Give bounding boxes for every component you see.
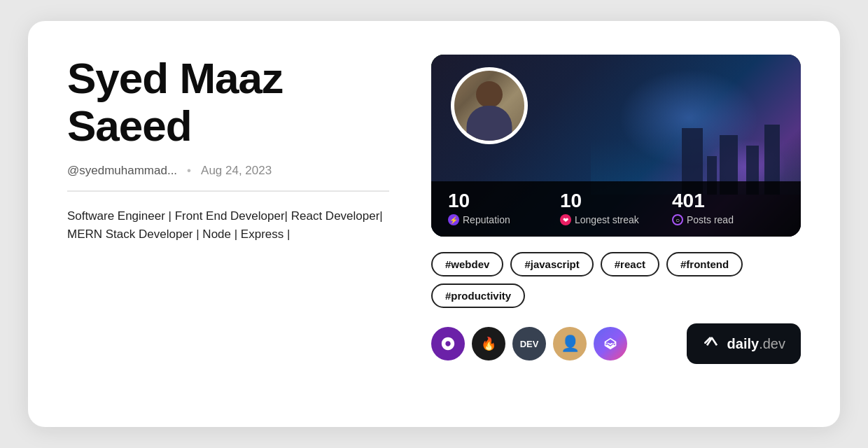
streak-icon: ❤ (560, 214, 571, 225)
dailydev-text: daily.dev (727, 336, 785, 352)
bio-text: Software Engineer | Front End Developer|… (67, 207, 389, 244)
avatar-wrapper (451, 67, 528, 144)
join-date: Aug 24, 2023 (201, 164, 272, 178)
dailydev-logo-icon (702, 332, 722, 356)
profile-banner: 10 ⚡ Reputation 10 ❤ Longest streak 401 (431, 55, 801, 237)
dailydev-badge: daily.dev (687, 323, 801, 364)
tag-react[interactable]: #react (601, 252, 659, 276)
reputation-value: 10 (448, 191, 560, 211)
divider (67, 190, 389, 192)
stat-reputation: 10 ⚡ Reputation (448, 191, 560, 225)
tag-javascript[interactable]: #javascript (510, 252, 593, 276)
social-brand-row: 🔥 DEV 👤 daily.dev (431, 323, 801, 364)
meta-separator: • (187, 164, 191, 178)
posts-label-row: ○ Posts read (672, 214, 784, 225)
tag-frontend[interactable]: #frontend (666, 252, 743, 276)
posts-icon: ○ (672, 214, 683, 225)
reputation-label: Reputation (463, 214, 510, 225)
streak-label: Longest streak (575, 214, 639, 225)
tags-container: #webdev #javascript #react #frontend #pr… (431, 252, 801, 308)
devto-icon[interactable]: DEV (512, 327, 546, 360)
dailydev-light: .dev (759, 336, 785, 351)
reputation-icon: ⚡ (448, 214, 459, 225)
fcc-icon[interactable]: 🔥 (472, 327, 505, 360)
left-section: Syed Maaz Saeed @syedmuhammad... • Aug 2… (67, 55, 389, 244)
social-icons-group: 🔥 DEV 👤 (431, 327, 627, 360)
profile-card-container: Syed Maaz Saeed @syedmuhammad... • Aug 2… (28, 21, 840, 427)
codepen-icon[interactable] (594, 327, 627, 360)
avatar-social-icon[interactable]: 👤 (553, 327, 587, 360)
avatar-head (476, 81, 503, 108)
avatar-body (467, 106, 512, 141)
posts-value: 401 (672, 191, 784, 211)
tag-productivity[interactable]: #productivity (431, 284, 525, 308)
username: @syedmuhammad... (67, 164, 177, 178)
stat-streak: 10 ❤ Longest streak (560, 191, 672, 225)
hashnode-icon[interactable] (431, 327, 465, 360)
avatar-image (454, 71, 524, 141)
reputation-label-row: ⚡ Reputation (448, 214, 560, 225)
user-name: Syed Maaz Saeed (67, 55, 389, 150)
stat-posts: 401 ○ Posts read (672, 191, 784, 225)
right-section: 10 ⚡ Reputation 10 ❤ Longest streak 401 (431, 55, 801, 364)
posts-label: Posts read (687, 214, 734, 225)
streak-value: 10 (560, 191, 672, 211)
meta-row: @syedmuhammad... • Aug 24, 2023 (67, 164, 389, 178)
dailydev-bold: daily (727, 336, 760, 351)
tag-webdev[interactable]: #webdev (431, 252, 503, 276)
streak-label-row: ❤ Longest streak (560, 214, 672, 225)
stats-overlay: 10 ⚡ Reputation 10 ❤ Longest streak 401 (431, 181, 801, 237)
